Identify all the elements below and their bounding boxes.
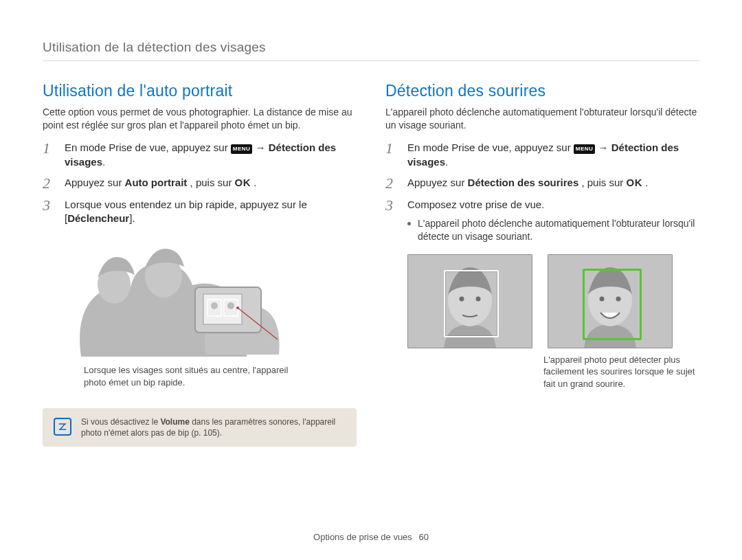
right-bullet: L'appareil photo déclenche automatiqueme… bbox=[407, 217, 699, 243]
menu-chip-icon: MENU bbox=[231, 144, 253, 154]
text: , puis sur bbox=[581, 177, 626, 188]
step-number: 2 bbox=[385, 176, 399, 191]
text: ]. bbox=[129, 212, 135, 224]
left-caption: Lorsque les visages sont situés au centr… bbox=[84, 364, 304, 388]
right-step-1: 1 En mode Prise de vue, appuyez sur MENU… bbox=[385, 141, 699, 169]
text: Appuyez sur bbox=[407, 177, 468, 188]
left-step-3: 3 Lorsque vous entendez un bip rapide, a… bbox=[43, 198, 357, 226]
note-box: Si vous désactivez le Volume dans les pa… bbox=[43, 408, 357, 447]
left-step-2: 2 Appuyez sur Auto portrait , puis sur O… bbox=[43, 176, 357, 191]
col-right: Détection des sourires L'appareil photo … bbox=[385, 80, 699, 447]
left-intro: Cette option vous permet de vous photogr… bbox=[43, 106, 357, 132]
step-number: 2 bbox=[43, 176, 56, 191]
bold: Auto portrait bbox=[125, 177, 188, 188]
arrow: → bbox=[598, 142, 611, 153]
text: En mode Prise de vue, appuyez sur bbox=[65, 142, 231, 153]
text: Appuyez sur bbox=[65, 177, 125, 188]
svg-point-7 bbox=[227, 302, 234, 309]
svg-rect-3 bbox=[203, 294, 242, 324]
face-frame-green bbox=[583, 269, 642, 340]
right-caption: L'appareil photo peut détecter plus faci… bbox=[543, 354, 699, 390]
period: . bbox=[102, 156, 105, 168]
step-body: Appuyez sur Détection des sourires , pui… bbox=[407, 176, 699, 190]
left-title: Utilisation de l'auto portrait bbox=[43, 80, 357, 102]
smile-images bbox=[407, 254, 699, 348]
step-number: 1 bbox=[385, 141, 399, 156]
step-number: 1 bbox=[43, 141, 56, 156]
bullet-text: L'appareil photo déclenche automatiqueme… bbox=[418, 217, 699, 243]
page-footer: Options de prise de vues 60 bbox=[0, 531, 742, 544]
illustration-selfie bbox=[60, 236, 357, 360]
page-header: Utilisation de la détection des visages bbox=[43, 38, 699, 61]
step-body: En mode Prise de vue, appuyez sur MENU →… bbox=[407, 141, 699, 169]
note-icon bbox=[54, 418, 71, 436]
step-body: Appuyez sur Auto portrait , puis sur OK … bbox=[65, 176, 357, 190]
face-frame-white bbox=[444, 270, 499, 337]
period: . bbox=[645, 177, 648, 188]
manual-page: Utilisation de la détection des visages … bbox=[0, 0, 742, 560]
col-left: Utilisation de l'auto portrait Cette opt… bbox=[43, 80, 357, 447]
columns: Utilisation de l'auto portrait Cette opt… bbox=[43, 80, 699, 447]
selfie-svg bbox=[60, 236, 308, 360]
step-number: 3 bbox=[43, 198, 56, 213]
step-body: En mode Prise de vue, appuyez sur MENU →… bbox=[65, 141, 357, 169]
svg-point-9 bbox=[236, 306, 239, 309]
left-step-1: 1 En mode Prise de vue, appuyez sur MENU… bbox=[43, 141, 357, 169]
bold: Détection des sourires bbox=[468, 177, 579, 188]
smile-image-neutral bbox=[407, 254, 532, 348]
text: En mode Prise de vue, appuyez sur bbox=[407, 142, 574, 153]
arrow: → bbox=[256, 142, 269, 153]
period: . bbox=[445, 156, 448, 168]
right-step-3: 3 Composez votre prise de vue. bbox=[385, 198, 699, 213]
text: Si vous désactivez le bbox=[81, 417, 160, 427]
ok-icon: OK bbox=[235, 177, 251, 188]
step-body: Composez votre prise de vue. bbox=[407, 198, 699, 212]
step-number: 3 bbox=[385, 198, 399, 213]
bold: Déclencheur bbox=[67, 212, 129, 224]
step-body: Lorsque vous entendez un bip rapide, app… bbox=[65, 198, 357, 226]
bullet-dot-icon bbox=[407, 222, 411, 225]
footer-section: Options de prise de vues bbox=[313, 532, 412, 542]
text: , puis sur bbox=[190, 177, 235, 188]
note-text: Si vous désactivez le Volume dans les pa… bbox=[81, 416, 346, 438]
right-step-2: 2 Appuyez sur Détection des sourires , p… bbox=[385, 176, 699, 191]
svg-point-5 bbox=[211, 302, 218, 309]
period: . bbox=[254, 177, 256, 188]
right-title: Détection des sourires bbox=[385, 80, 699, 102]
bold: Volume bbox=[160, 417, 189, 427]
menu-chip-icon: MENU bbox=[574, 144, 596, 154]
footer-page-number: 60 bbox=[418, 532, 428, 542]
smile-image-smiling bbox=[548, 254, 673, 348]
right-intro: L'appareil photo déclenche automatiqueme… bbox=[385, 106, 699, 132]
ok-icon: OK bbox=[626, 177, 642, 188]
